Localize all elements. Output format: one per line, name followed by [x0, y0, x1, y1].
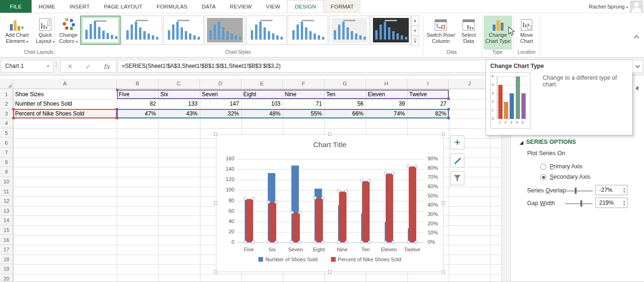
change-chart-type-button[interactable]: Change Chart Type — [484, 16, 512, 50]
chart-style-thumbnail-3[interactable] — [163, 16, 204, 45]
spinner-up-icon[interactable]: ▲ — [623, 200, 626, 203]
tab-insert[interactable]: INSERT — [62, 0, 97, 13]
column-header-C[interactable]: C — [158, 79, 200, 89]
cell-F2[interactable]: 71 — [283, 99, 322, 108]
column-header-E[interactable]: E — [241, 79, 283, 89]
cancel-icon[interactable]: ✕ — [67, 63, 73, 70]
tab-design[interactable]: DESIGN — [287, 0, 323, 13]
chart-style-thumbnail-8[interactable] — [371, 16, 411, 45]
column-header-G[interactable]: G — [324, 79, 366, 89]
series-selection-handle[interactable] — [391, 241, 395, 244]
chart-frame-handle[interactable] — [442, 270, 445, 274]
series-selection-handle[interactable] — [251, 197, 255, 200]
range-handle[interactable] — [447, 108, 450, 110]
column-header-F[interactable]: F — [283, 79, 324, 89]
series-selection-handle[interactable] — [314, 196, 317, 199]
bar-percent-of-nike-shoes-sold[interactable] — [362, 181, 370, 242]
series-selection-handle[interactable] — [251, 241, 255, 244]
tab-data[interactable]: DATA — [195, 0, 223, 13]
chart-style-thumbnail-1[interactable] — [80, 16, 121, 45]
chart-frame-handle[interactable] — [214, 201, 217, 205]
row-header-18[interactable]: 18 — [0, 255, 13, 265]
cell-A3[interactable]: Percent of Nike Shoes Sold — [15, 109, 115, 118]
add-chart-element-button[interactable]: + Add Chart Element — [2, 16, 32, 50]
range-handle[interactable] — [116, 108, 118, 110]
series-selection-handle[interactable] — [384, 241, 387, 244]
row-header-3[interactable]: 3 — [0, 109, 13, 119]
chart-styles-button[interactable] — [450, 153, 464, 167]
change-colors-button[interactable]: Change Colors — [57, 16, 80, 50]
range-handle[interactable] — [447, 117, 450, 119]
switch-row-column-button[interactable]: Switch Row/ Column — [426, 16, 456, 50]
chart-elements-button[interactable]: + — [450, 135, 464, 149]
series-options-header[interactable]: SERIES OPTIONS — [526, 139, 576, 145]
bar-percent-of-nike-shoes-sold[interactable] — [409, 166, 416, 242]
gap-width-slider[interactable] — [565, 203, 593, 204]
series-selection-handle[interactable] — [337, 241, 340, 244]
radio-primary-axis[interactable] — [540, 164, 546, 170]
insert-function-icon[interactable]: fx — [104, 63, 110, 70]
chart-frame-handle[interactable] — [442, 133, 445, 136]
cell-G2[interactable]: 56 — [324, 99, 363, 108]
row-header-7[interactable]: 7 — [0, 148, 13, 158]
row-header-2[interactable]: 2 — [0, 99, 13, 109]
series-selection-handle[interactable] — [345, 190, 348, 193]
cell-F1[interactable]: Nine — [285, 90, 324, 99]
tab-file[interactable]: FILE — [0, 0, 32, 13]
avatar[interactable] — [630, 0, 643, 13]
bar-percent-of-nike-shoes-sold[interactable] — [386, 174, 393, 242]
row-header-14[interactable]: 14 — [0, 216, 13, 225]
move-chart-button[interactable]: Move Chart — [515, 16, 538, 50]
series-selection-handle[interactable] — [244, 241, 247, 244]
cell-E2[interactable]: 103 — [241, 99, 281, 108]
range-handle[interactable] — [12, 108, 15, 110]
spinner-down-icon[interactable]: ▼ — [623, 203, 626, 206]
series-selection-handle[interactable] — [290, 211, 294, 214]
tab-view[interactable]: VIEW — [259, 0, 287, 13]
name-box-dropdown-icon[interactable]: ▼ — [46, 60, 50, 72]
series-selection-handle[interactable] — [391, 172, 395, 175]
row-header-9[interactable]: 9 — [0, 167, 13, 177]
gap-width-spinner[interactable]: 219% ▲▼ — [595, 198, 627, 208]
row-header-19[interactable]: 19 — [0, 264, 13, 274]
chart-style-thumbnail-2[interactable] — [122, 16, 162, 45]
cell-B1[interactable]: Five — [119, 90, 158, 99]
row-header-15[interactable]: 15 — [0, 225, 13, 235]
cell-E1[interactable]: Eight — [243, 90, 282, 99]
series-selection-handle[interactable] — [360, 241, 363, 244]
chart-style-thumbnail-5[interactable] — [246, 16, 287, 45]
range-handle[interactable] — [116, 89, 118, 91]
series-selection-handle[interactable] — [298, 211, 301, 214]
row-header-13[interactable]: 13 — [0, 206, 13, 216]
user-name[interactable]: Rachel Sprung — [589, 4, 628, 9]
column-header-B[interactable]: B — [117, 79, 158, 89]
cell-C1[interactable]: Six — [160, 90, 199, 99]
series-selection-handle[interactable] — [314, 241, 317, 244]
section-collapse-icon[interactable] — [520, 141, 523, 145]
row-header-8[interactable]: 8 — [0, 158, 13, 167]
cell-A2[interactable]: Number of Shoes Sold — [15, 99, 115, 108]
cell-H2[interactable]: 39 — [366, 99, 405, 108]
tab-format[interactable]: FORMAT — [324, 0, 361, 13]
row-header-4[interactable]: 4 — [0, 118, 13, 128]
chart-frame-handle[interactable] — [328, 270, 331, 274]
chart-frame-handle[interactable] — [214, 133, 217, 136]
cell-G3[interactable]: 66% — [324, 109, 363, 118]
chart-frame-handle[interactable] — [214, 270, 217, 274]
series-selection-handle[interactable] — [244, 197, 247, 200]
series-overlap-slider[interactable] — [565, 191, 593, 191]
series-overlap-slider-handle[interactable] — [575, 188, 577, 194]
cell-I3[interactable]: 82% — [407, 109, 446, 118]
pane-collapse-arrow-icon[interactable] — [636, 86, 638, 91]
series-selection-handle[interactable] — [368, 241, 371, 244]
tab-page-layout[interactable]: PAGE LAYOUT — [97, 0, 150, 13]
cell-E3[interactable]: 48% — [241, 109, 281, 118]
row-header-6[interactable]: 6 — [0, 138, 13, 148]
row-header-17[interactable]: 17 — [0, 245, 13, 255]
bar-percent-of-nike-shoes-sold[interactable] — [315, 198, 323, 242]
row-header-20[interactable]: 20 — [0, 274, 13, 282]
range-handle[interactable] — [447, 98, 450, 100]
chart-style-thumbnail-4[interactable] — [205, 16, 245, 45]
column-header-A[interactable]: A — [13, 79, 117, 89]
chart-frame-handle[interactable] — [328, 133, 331, 136]
